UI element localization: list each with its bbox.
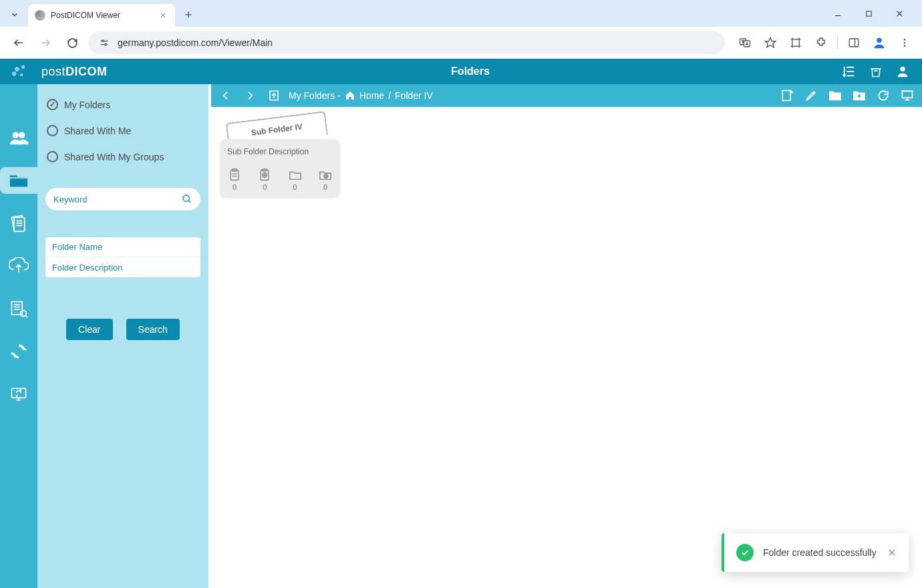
stat-shared: 0 bbox=[257, 168, 272, 191]
svg-point-50 bbox=[21, 311, 27, 317]
browser-tab[interactable]: PostDICOM Viewer bbox=[28, 4, 175, 27]
breadcrumb-home[interactable]: Home bbox=[359, 90, 384, 101]
side-rail bbox=[0, 84, 37, 588]
logo-swirl-icon bbox=[4, 59, 36, 84]
keyword-input[interactable] bbox=[53, 194, 182, 204]
svg-point-31 bbox=[904, 45, 906, 47]
nav-back-icon[interactable] bbox=[216, 86, 235, 105]
translate-icon[interactable] bbox=[736, 33, 754, 52]
crop-icon[interactable] bbox=[786, 33, 805, 52]
user-icon[interactable] bbox=[894, 63, 911, 80]
reload-button[interactable] bbox=[61, 32, 83, 53]
svg-line-51 bbox=[26, 316, 28, 318]
rail-patients-icon[interactable] bbox=[5, 210, 32, 237]
address-bar[interactable]: germany.postdicom.com/Viewer/Main bbox=[88, 31, 725, 54]
url-text: germany.postdicom.com/Viewer/Main bbox=[118, 37, 273, 48]
svg-point-29 bbox=[904, 39, 906, 41]
rail-share-icon[interactable] bbox=[5, 381, 32, 408]
toast-success: Folder created successfully bbox=[722, 533, 909, 572]
svg-rect-17 bbox=[792, 39, 800, 47]
edit-icon[interactable] bbox=[802, 86, 820, 105]
header-actions bbox=[840, 63, 922, 80]
radio-label: Shared With My Groups bbox=[64, 152, 164, 162]
sort-icon[interactable] bbox=[840, 63, 858, 80]
home-icon[interactable] bbox=[345, 90, 355, 101]
svg-rect-61 bbox=[782, 91, 790, 101]
app-header: postDICOM Folders bbox=[0, 59, 922, 84]
folder-icon[interactable] bbox=[826, 86, 844, 105]
rail-worklist-icon[interactable] bbox=[5, 295, 32, 322]
svg-rect-5 bbox=[866, 11, 871, 15]
minimize-button[interactable] bbox=[828, 4, 847, 23]
toast-close-button[interactable] bbox=[887, 548, 897, 557]
tabs-dropdown[interactable] bbox=[5, 5, 24, 24]
sidepanel-icon[interactable] bbox=[844, 33, 863, 52]
logo-text: postDICOM bbox=[41, 65, 108, 79]
svg-point-39 bbox=[19, 132, 25, 138]
svg-rect-41 bbox=[14, 217, 25, 231]
tab-close-button[interactable] bbox=[158, 10, 168, 21]
svg-rect-26 bbox=[849, 39, 859, 47]
svg-marker-16 bbox=[766, 38, 776, 47]
check-circle-icon bbox=[736, 544, 754, 561]
tab-bar: PostDICOM Viewer bbox=[0, 0, 922, 27]
filter-folder-desc[interactable]: Folder Description bbox=[45, 257, 200, 277]
rail-sync-icon[interactable] bbox=[5, 338, 32, 365]
button-row: Clear Search bbox=[45, 319, 200, 340]
window-controls bbox=[828, 4, 917, 23]
stat-subfolders: 0 bbox=[288, 168, 303, 191]
search-icon[interactable] bbox=[182, 194, 192, 204]
breadcrumb-current[interactable]: Folder IV bbox=[395, 90, 433, 101]
nav-forward-icon[interactable] bbox=[241, 86, 259, 105]
favicon-icon bbox=[35, 10, 45, 21]
new-folder-icon[interactable] bbox=[850, 86, 869, 105]
app: postDICOM Folders My Folders bbox=[0, 59, 922, 588]
filter-folder-name[interactable]: Folder Name bbox=[45, 237, 200, 257]
svg-point-28 bbox=[877, 38, 881, 43]
forward-button[interactable] bbox=[35, 32, 56, 53]
folder-description: Sub Folder Description bbox=[227, 147, 333, 156]
content-area: Sub Folder IV Sub Folder Description 0 0 bbox=[211, 107, 922, 588]
svg-point-11 bbox=[102, 40, 104, 42]
radio-label: Shared With Me bbox=[64, 126, 131, 136]
present-icon[interactable] bbox=[898, 86, 917, 105]
profile-avatar[interactable] bbox=[870, 33, 889, 52]
svg-point-57 bbox=[183, 195, 189, 201]
menu-icon[interactable] bbox=[895, 33, 914, 52]
add-folder-icon[interactable] bbox=[778, 86, 796, 105]
keyword-search[interactable] bbox=[45, 188, 200, 210]
new-tab-button[interactable] bbox=[179, 5, 198, 24]
folder-toolbar: My Folders - Home / Folder IV bbox=[211, 84, 922, 107]
browser-chrome: PostDICOM Viewer germany.postdicom.com/V… bbox=[0, 0, 922, 59]
trash-icon[interactable] bbox=[867, 63, 885, 80]
refresh-icon[interactable] bbox=[874, 86, 893, 105]
radio-my-folders[interactable]: My Folders bbox=[45, 96, 200, 113]
bookmark-icon[interactable] bbox=[761, 33, 780, 52]
tab-title: PostDICOM Viewer bbox=[51, 11, 152, 20]
radio-shared-with-groups[interactable]: Shared With My Groups bbox=[45, 148, 200, 165]
stat-web: 0 bbox=[318, 168, 333, 191]
folder-body: Sub Folder Description 0 0 bbox=[220, 139, 339, 196]
site-settings-icon[interactable] bbox=[98, 37, 111, 49]
close-window-button[interactable] bbox=[890, 4, 909, 23]
clear-button[interactable]: Clear bbox=[66, 319, 112, 340]
nav-up-icon[interactable] bbox=[265, 86, 283, 105]
rail-folders-icon[interactable] bbox=[0, 167, 37, 194]
extensions-icon[interactable] bbox=[812, 33, 830, 52]
rail-upload-icon[interactable] bbox=[5, 253, 32, 279]
maximize-button[interactable] bbox=[859, 4, 878, 23]
back-button[interactable] bbox=[8, 32, 29, 53]
separator bbox=[837, 36, 838, 49]
logo-area: postDICOM bbox=[0, 59, 207, 84]
folder-stats: 0 0 0 0 bbox=[227, 168, 333, 191]
radio-label: My Folders bbox=[64, 100, 110, 110]
radio-shared-with-me[interactable]: Shared With Me bbox=[45, 122, 200, 139]
rail-users-icon[interactable] bbox=[5, 124, 32, 151]
page-title: Folders bbox=[207, 65, 840, 78]
search-button[interactable]: Search bbox=[126, 319, 180, 340]
breadcrumb-prefix: My Folders - bbox=[289, 90, 341, 101]
breadcrumb-sep: / bbox=[388, 90, 391, 101]
filter-block: Folder Name Folder Description bbox=[45, 237, 200, 277]
folder-card[interactable]: Sub Folder IV Sub Folder Description 0 0 bbox=[220, 139, 339, 196]
radio-unchecked-icon bbox=[47, 151, 58, 162]
